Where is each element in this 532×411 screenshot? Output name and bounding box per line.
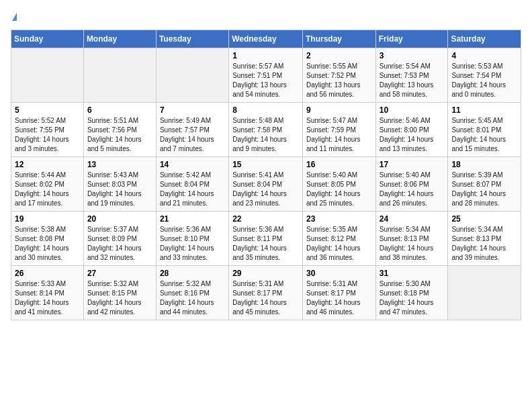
calendar-cell: 14Sunrise: 5:42 AMSunset: 8:04 PMDayligh…: [156, 156, 228, 211]
calendar-cell: 20Sunrise: 5:37 AMSunset: 8:09 PMDayligh…: [83, 211, 156, 265]
calendar-cell: [83, 48, 156, 102]
day-info: Sunrise: 5:36 AMSunset: 8:11 PMDaylight:…: [232, 225, 299, 263]
day-info: Sunrise: 5:46 AMSunset: 8:00 PMDaylight:…: [380, 116, 445, 154]
logo: [11, 11, 17, 24]
day-info: Sunrise: 5:30 AMSunset: 8:18 PMDaylight:…: [380, 279, 445, 317]
day-number: 27: [87, 269, 152, 278]
day-info: Sunrise: 5:42 AMSunset: 8:04 PMDaylight:…: [160, 171, 225, 208]
calendar-cell: 4Sunrise: 5:53 AMSunset: 7:54 PMDaylight…: [448, 48, 521, 102]
calendar-cell: 23Sunrise: 5:35 AMSunset: 8:12 PMDayligh…: [302, 211, 375, 265]
calendar-cell: 28Sunrise: 5:32 AMSunset: 8:16 PMDayligh…: [156, 265, 228, 320]
day-number: 1: [232, 51, 299, 60]
day-info: Sunrise: 5:34 AMSunset: 8:13 PMDaylight:…: [380, 225, 445, 263]
day-number: 28: [160, 269, 225, 278]
day-number: 3: [380, 51, 445, 60]
calendar-cell: 27Sunrise: 5:32 AMSunset: 8:15 PMDayligh…: [83, 265, 156, 320]
day-number: 17: [380, 160, 445, 169]
calendar-cell: 13Sunrise: 5:43 AMSunset: 8:03 PMDayligh…: [83, 156, 156, 211]
calendar-cell: 22Sunrise: 5:36 AMSunset: 8:11 PMDayligh…: [229, 211, 303, 265]
weekday-header-tuesday: Tuesday: [156, 30, 228, 48]
day-info: Sunrise: 5:40 AMSunset: 8:06 PMDaylight:…: [380, 171, 445, 208]
calendar-cell: 3Sunrise: 5:54 AMSunset: 7:53 PMDaylight…: [375, 48, 448, 102]
calendar-cell: 12Sunrise: 5:44 AMSunset: 8:02 PMDayligh…: [11, 156, 84, 211]
page-header: [11, 11, 521, 24]
day-number: 19: [15, 214, 80, 224]
calendar-cell: 15Sunrise: 5:41 AMSunset: 8:04 PMDayligh…: [229, 156, 303, 211]
day-number: 5: [15, 105, 80, 115]
day-info: Sunrise: 5:52 AMSunset: 7:55 PMDaylight:…: [15, 116, 80, 154]
day-info: Sunrise: 5:44 AMSunset: 8:02 PMDaylight:…: [15, 171, 80, 208]
day-info: Sunrise: 5:47 AMSunset: 7:59 PMDaylight:…: [306, 116, 372, 154]
day-info: Sunrise: 5:41 AMSunset: 8:04 PMDaylight:…: [232, 171, 299, 208]
calendar-cell: 31Sunrise: 5:30 AMSunset: 8:18 PMDayligh…: [375, 265, 448, 320]
calendar-cell: [156, 48, 228, 102]
calendar-cell: 25Sunrise: 5:34 AMSunset: 8:13 PMDayligh…: [448, 211, 521, 265]
day-number: 12: [15, 160, 80, 169]
day-number: 26: [15, 269, 80, 278]
day-number: 20: [87, 214, 152, 224]
day-number: 2: [306, 51, 372, 60]
calendar-cell: [448, 265, 521, 320]
day-number: 15: [232, 160, 299, 169]
calendar-cell: 19Sunrise: 5:38 AMSunset: 8:08 PMDayligh…: [11, 211, 84, 265]
day-info: Sunrise: 5:39 AMSunset: 8:07 PMDaylight:…: [451, 171, 517, 208]
day-info: Sunrise: 5:53 AMSunset: 7:54 PMDaylight:…: [451, 62, 517, 99]
day-number: 21: [160, 214, 225, 224]
day-info: Sunrise: 5:38 AMSunset: 8:08 PMDaylight:…: [15, 225, 80, 263]
day-number: 24: [380, 214, 445, 224]
calendar-cell: 17Sunrise: 5:40 AMSunset: 8:06 PMDayligh…: [375, 156, 448, 211]
day-number: 14: [160, 160, 225, 169]
day-info: Sunrise: 5:55 AMSunset: 7:52 PMDaylight:…: [306, 62, 372, 99]
day-info: Sunrise: 5:40 AMSunset: 8:05 PMDaylight:…: [306, 171, 372, 208]
calendar-cell: 10Sunrise: 5:46 AMSunset: 8:00 PMDayligh…: [375, 102, 448, 156]
calendar-cell: 11Sunrise: 5:45 AMSunset: 8:01 PMDayligh…: [448, 102, 521, 156]
day-number: 18: [451, 160, 517, 169]
day-info: Sunrise: 5:51 AMSunset: 7:56 PMDaylight:…: [87, 116, 152, 154]
day-info: Sunrise: 5:45 AMSunset: 8:01 PMDaylight:…: [451, 116, 517, 154]
calendar-cell: 24Sunrise: 5:34 AMSunset: 8:13 PMDayligh…: [375, 211, 448, 265]
day-info: Sunrise: 5:49 AMSunset: 7:57 PMDaylight:…: [160, 116, 225, 154]
calendar-cell: 6Sunrise: 5:51 AMSunset: 7:56 PMDaylight…: [83, 102, 156, 156]
day-info: Sunrise: 5:54 AMSunset: 7:53 PMDaylight:…: [380, 62, 445, 99]
calendar-cell: 26Sunrise: 5:33 AMSunset: 8:14 PMDayligh…: [11, 265, 84, 320]
day-number: 30: [306, 269, 372, 278]
weekday-header-saturday: Saturday: [448, 30, 521, 48]
day-info: Sunrise: 5:37 AMSunset: 8:09 PMDaylight:…: [87, 225, 152, 263]
calendar-cell: 9Sunrise: 5:47 AMSunset: 7:59 PMDaylight…: [302, 102, 375, 156]
day-number: 10: [380, 105, 445, 115]
calendar-cell: 16Sunrise: 5:40 AMSunset: 8:05 PMDayligh…: [302, 156, 375, 211]
calendar-cell: 18Sunrise: 5:39 AMSunset: 8:07 PMDayligh…: [448, 156, 521, 211]
day-info: Sunrise: 5:48 AMSunset: 7:58 PMDaylight:…: [232, 116, 299, 154]
calendar-cell: 7Sunrise: 5:49 AMSunset: 7:57 PMDaylight…: [156, 102, 228, 156]
day-info: Sunrise: 5:43 AMSunset: 8:03 PMDaylight:…: [87, 171, 152, 208]
day-number: 11: [451, 105, 517, 115]
calendar-cell: 8Sunrise: 5:48 AMSunset: 7:58 PMDaylight…: [229, 102, 303, 156]
day-number: 31: [380, 269, 445, 278]
day-number: 16: [306, 160, 372, 169]
logo-icon: [12, 13, 17, 21]
calendar-cell: 5Sunrise: 5:52 AMSunset: 7:55 PMDaylight…: [11, 102, 84, 156]
day-number: 7: [160, 105, 225, 115]
day-info: Sunrise: 5:33 AMSunset: 8:14 PMDaylight:…: [15, 279, 80, 317]
weekday-header-thursday: Thursday: [302, 30, 375, 48]
day-info: Sunrise: 5:35 AMSunset: 8:12 PMDaylight:…: [306, 225, 372, 263]
calendar-table: SundayMondayTuesdayWednesdayThursdayFrid…: [11, 30, 521, 320]
calendar-week-row: 5Sunrise: 5:52 AMSunset: 7:55 PMDaylight…: [11, 102, 521, 156]
weekday-header-row: SundayMondayTuesdayWednesdayThursdayFrid…: [11, 30, 521, 48]
day-number: 6: [87, 105, 152, 115]
day-number: 8: [232, 105, 299, 115]
calendar-cell: 1Sunrise: 5:57 AMSunset: 7:51 PMDaylight…: [229, 48, 303, 102]
calendar-cell: 21Sunrise: 5:36 AMSunset: 8:10 PMDayligh…: [156, 211, 228, 265]
calendar-week-row: 26Sunrise: 5:33 AMSunset: 8:14 PMDayligh…: [11, 265, 521, 320]
day-number: 23: [306, 214, 372, 224]
weekday-header-sunday: Sunday: [11, 30, 84, 48]
calendar-cell: 30Sunrise: 5:31 AMSunset: 8:17 PMDayligh…: [302, 265, 375, 320]
weekday-header-monday: Monday: [83, 30, 156, 48]
day-info: Sunrise: 5:34 AMSunset: 8:13 PMDaylight:…: [451, 225, 517, 263]
day-info: Sunrise: 5:32 AMSunset: 8:15 PMDaylight:…: [87, 279, 152, 317]
day-number: 22: [232, 214, 299, 224]
calendar-week-row: 1Sunrise: 5:57 AMSunset: 7:51 PMDaylight…: [11, 48, 521, 102]
weekday-header-wednesday: Wednesday: [229, 30, 303, 48]
day-info: Sunrise: 5:31 AMSunset: 8:17 PMDaylight:…: [306, 279, 372, 317]
day-number: 4: [451, 51, 517, 60]
